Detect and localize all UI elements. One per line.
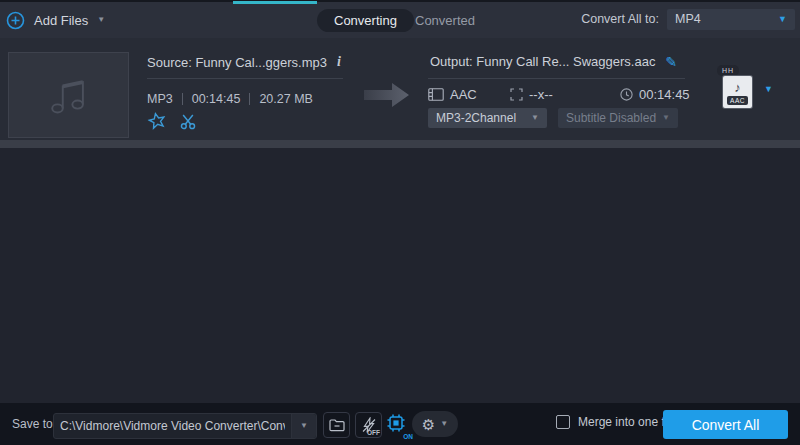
caret-down-icon: ▼ xyxy=(778,15,787,24)
tab-converted[interactable]: Converted xyxy=(398,9,492,32)
convert-all-button[interactable]: Convert All xyxy=(663,410,788,439)
open-folder-button[interactable] xyxy=(323,412,350,438)
output-codec-value: AAC xyxy=(450,87,477,102)
source-format: MP3 xyxy=(147,92,173,106)
save-path-input[interactable] xyxy=(54,414,291,438)
window-top-edge xyxy=(0,0,800,2)
note-icon: ♪ xyxy=(734,80,741,95)
audio-channel-select[interactable]: MP3-2Channel ▼ xyxy=(428,108,547,128)
convert-all-to-select[interactable]: MP4 ▼ xyxy=(667,9,795,30)
save-to-label: Save to: xyxy=(12,417,56,431)
row-bottom-strip xyxy=(0,140,800,148)
convert-all-to-label: Convert All to: xyxy=(581,12,659,26)
merge-label: Merge into one file xyxy=(578,415,677,429)
film-icon xyxy=(428,88,444,101)
gpu-state-label: ON xyxy=(403,433,413,440)
file-row[interactable]: Source: Funny Cal...ggers.mp3 i MP3 00:1… xyxy=(0,38,800,140)
subtitle-select[interactable]: Subtitle Disabled ▼ xyxy=(558,108,678,128)
app-window: Add Files ▼ Converting Converted Convert… xyxy=(0,0,800,445)
audio-channel-value: MP3-2Channel xyxy=(436,111,516,125)
save-path-control: ▼ xyxy=(53,413,317,439)
caret-down-icon: ▼ xyxy=(662,114,670,122)
separator xyxy=(182,93,183,105)
output-duration: 00:14:45 xyxy=(620,87,690,102)
gear-icon: ⚙ xyxy=(422,417,435,432)
edit-tools xyxy=(148,112,197,130)
caret-down-icon: ▼ xyxy=(531,114,539,122)
file-thumbnail xyxy=(8,52,129,138)
output-label-row: Output: Funny Call Re... Swaggers.aac ✎ xyxy=(430,54,677,69)
source-size: 20.27 MB xyxy=(259,92,313,106)
output-divider xyxy=(428,78,685,79)
convert-all-to: Convert All to: MP4 ▼ xyxy=(581,0,795,38)
output-codec: AAC xyxy=(428,87,477,102)
top-accent-line xyxy=(233,1,317,4)
source-filename: Source: Funny Cal...ggers.mp3 xyxy=(147,55,327,70)
clock-icon xyxy=(620,88,633,101)
topbar: Add Files ▼ Converting Converted Convert… xyxy=(0,0,800,38)
effects-star-icon[interactable] xyxy=(146,110,167,131)
output-filename: Output: Funny Call Re... Swaggers.aac xyxy=(430,54,655,69)
source-label-row: Source: Funny Cal...ggers.mp3 i xyxy=(147,54,341,70)
speed-state-label: OFF xyxy=(367,429,380,436)
output-duration-value: 00:14:45 xyxy=(639,87,690,102)
output-format-button[interactable]: ♪ AAC xyxy=(723,76,752,108)
source-duration: 00:14:45 xyxy=(192,92,241,106)
caret-down-icon: ▼ xyxy=(440,420,448,428)
output-resolution-value: --x-- xyxy=(529,87,553,102)
music-note-icon xyxy=(46,72,92,118)
save-path-dropdown[interactable]: ▼ xyxy=(291,414,316,438)
caret-down-icon: ▼ xyxy=(300,422,308,430)
source-meta: MP3 00:14:45 20.27 MB xyxy=(147,92,313,106)
output-resolution: --x-- xyxy=(510,87,553,102)
format-caret-down-icon[interactable]: ▼ xyxy=(764,85,773,94)
source-divider xyxy=(147,78,343,79)
folder-icon xyxy=(329,418,345,432)
gpu-chip-icon xyxy=(386,413,406,433)
add-files-button[interactable]: Add Files ▼ xyxy=(6,7,105,33)
merge-toggle[interactable]: Merge into one file xyxy=(556,415,677,429)
format-quality-badge: HH xyxy=(717,65,739,76)
file-list: Source: Funny Cal...ggers.mp3 i MP3 00:1… xyxy=(0,38,800,403)
separator xyxy=(249,93,250,105)
merge-checkbox[interactable] xyxy=(556,415,570,429)
caret-down-icon: ▼ xyxy=(97,16,105,24)
bottombar: Save to: ▼ OFF xyxy=(0,403,800,445)
high-speed-toggle[interactable]: OFF xyxy=(355,412,382,438)
plus-circle-icon xyxy=(6,11,25,30)
settings-button[interactable]: ⚙ ▼ xyxy=(412,411,458,437)
convert-all-to-value: MP4 xyxy=(675,12,701,26)
add-files-label: Add Files xyxy=(34,13,88,28)
subtitle-value: Subtitle Disabled xyxy=(566,111,656,125)
gpu-acceleration-toggle[interactable]: ON xyxy=(386,413,410,437)
info-icon[interactable]: i xyxy=(337,54,341,70)
cut-scissors-icon[interactable] xyxy=(179,112,197,130)
resolution-icon xyxy=(510,88,523,101)
edit-pencil-icon[interactable]: ✎ xyxy=(665,55,677,69)
format-label: AAC xyxy=(727,96,748,105)
arrow-right-icon xyxy=(364,80,410,110)
